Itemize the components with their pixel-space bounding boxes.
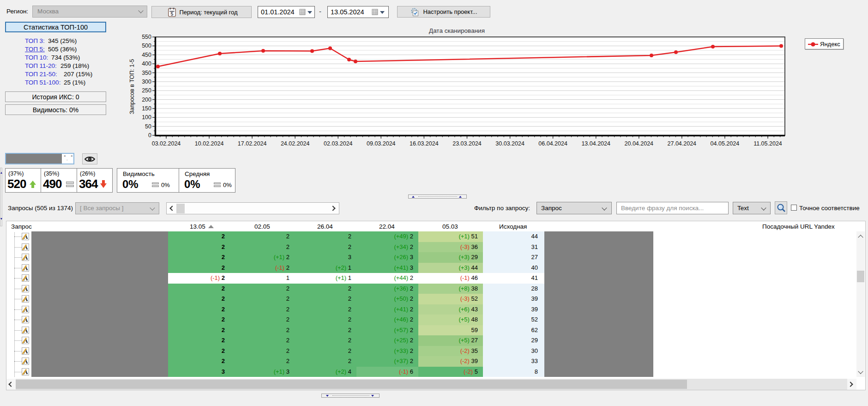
svg-text:06.04.2024: 06.04.2024 <box>538 140 567 147</box>
svg-text:27.04.2024: 27.04.2024 <box>668 140 697 147</box>
svg-text:250: 250 <box>142 87 151 94</box>
svg-text:400: 400 <box>142 61 151 67</box>
svg-text:03.02.2024: 03.02.2024 <box>152 140 181 147</box>
svg-text:0: 0 <box>148 132 151 139</box>
svg-text:30.03.2024: 30.03.2024 <box>495 140 524 147</box>
svg-text:50: 50 <box>145 123 151 130</box>
svg-text:200: 200 <box>142 97 151 103</box>
svg-text:02.03.2024: 02.03.2024 <box>324 140 353 147</box>
svg-text:100: 100 <box>142 114 151 121</box>
svg-text:16.03.2024: 16.03.2024 <box>410 140 439 147</box>
svg-text:300: 300 <box>142 79 151 85</box>
svg-text:500: 500 <box>142 42 151 49</box>
svg-text:450: 450 <box>142 52 151 58</box>
svg-text:350: 350 <box>142 70 151 76</box>
svg-text:5: 5 <box>171 11 174 17</box>
svg-text:04.05.2024: 04.05.2024 <box>711 140 740 147</box>
svg-text:13.04.2024: 13.04.2024 <box>581 140 610 147</box>
svg-text:09.03.2024: 09.03.2024 <box>367 140 396 147</box>
svg-text:23.03.2024: 23.03.2024 <box>452 140 482 147</box>
svg-text:20.04.2024: 20.04.2024 <box>625 140 654 147</box>
svg-text:150: 150 <box>142 105 151 112</box>
svg-text:24.02.2024: 24.02.2024 <box>281 140 310 147</box>
svg-text:550: 550 <box>142 34 151 40</box>
svg-text:17.02.2024: 17.02.2024 <box>238 140 267 147</box>
svg-text:10.02.2024: 10.02.2024 <box>195 140 224 147</box>
svg-text:11.05.2024: 11.05.2024 <box>753 140 782 147</box>
